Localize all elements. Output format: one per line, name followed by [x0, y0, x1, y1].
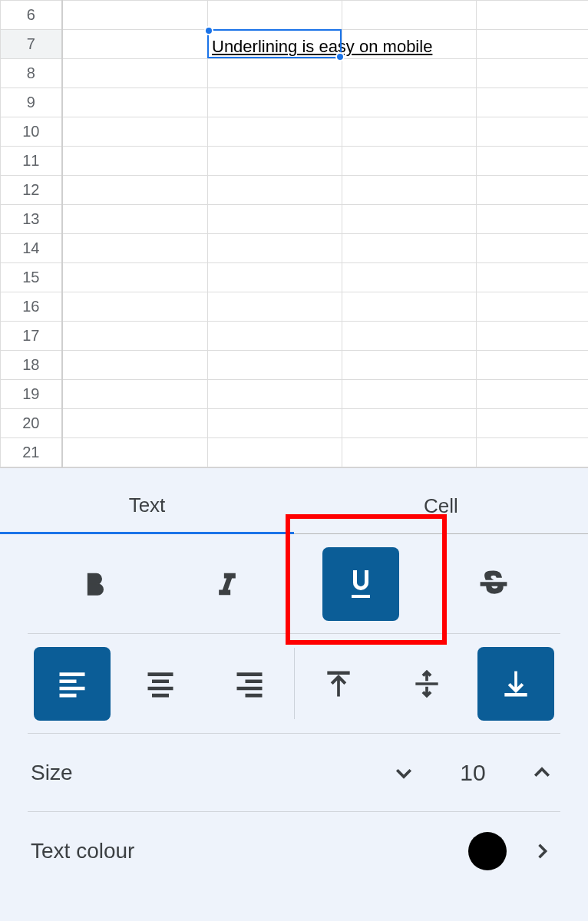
cell[interactable]	[62, 59, 208, 88]
cell[interactable]	[208, 1, 342, 30]
cell[interactable]	[342, 234, 477, 263]
cell[interactable]	[477, 438, 589, 467]
cell[interactable]	[62, 234, 208, 263]
row-header[interactable]: 12	[1, 176, 62, 205]
cell[interactable]	[342, 117, 477, 147]
cell[interactable]	[208, 205, 342, 234]
cell[interactable]	[342, 322, 477, 351]
cell[interactable]	[342, 292, 477, 322]
cell[interactable]	[62, 205, 208, 234]
valign-middle-button[interactable]	[388, 647, 465, 721]
chevron-up-icon	[530, 761, 553, 784]
text-colour-expand-button[interactable]	[527, 836, 557, 867]
row-header[interactable]: 6	[1, 1, 62, 30]
cell[interactable]	[477, 1, 589, 30]
cell[interactable]	[208, 147, 342, 176]
cell[interactable]	[477, 322, 589, 351]
cell[interactable]	[62, 409, 208, 438]
row-header[interactable]: 19	[1, 380, 62, 409]
row-header[interactable]: 14	[1, 234, 62, 263]
row-header[interactable]: 13	[1, 205, 62, 234]
cell[interactable]	[477, 351, 589, 380]
cell[interactable]	[477, 88, 589, 117]
cell[interactable]	[477, 59, 589, 88]
cell[interactable]	[208, 438, 342, 467]
cell[interactable]	[208, 59, 342, 88]
text-colour-swatch[interactable]	[468, 832, 507, 870]
tab-cell[interactable]: Cell	[294, 479, 588, 534]
align-left-button[interactable]	[34, 647, 111, 721]
align-right-button[interactable]	[211, 647, 288, 721]
cell[interactable]	[477, 147, 589, 176]
cell[interactable]	[208, 322, 342, 351]
cell[interactable]	[62, 380, 208, 409]
cell[interactable]	[208, 380, 342, 409]
row-header[interactable]: 21	[1, 438, 62, 467]
row-header[interactable]: 18	[1, 351, 62, 380]
cell[interactable]	[62, 147, 208, 176]
cell[interactable]	[208, 88, 342, 117]
cell[interactable]	[477, 176, 589, 205]
align-center-icon	[144, 667, 177, 701]
cell[interactable]	[208, 351, 342, 380]
cell[interactable]	[342, 59, 477, 88]
cell[interactable]	[342, 205, 477, 234]
cell[interactable]	[208, 292, 342, 322]
cell[interactable]	[208, 409, 342, 438]
row-header[interactable]: 16	[1, 292, 62, 322]
row-header[interactable]: 20	[1, 409, 62, 438]
font-size-label: Size	[31, 761, 72, 785]
cell[interactable]	[208, 117, 342, 147]
cell[interactable]	[208, 176, 342, 205]
cell[interactable]	[477, 117, 589, 147]
cell[interactable]	[62, 351, 208, 380]
cell[interactable]	[477, 380, 589, 409]
tab-text[interactable]: Text	[0, 479, 294, 534]
cell[interactable]	[342, 147, 477, 176]
row-header[interactable]: 9	[1, 88, 62, 117]
cell[interactable]	[62, 176, 208, 205]
align-right-icon	[233, 667, 266, 701]
cell[interactable]	[342, 176, 477, 205]
font-size-decrease-button[interactable]	[388, 758, 419, 788]
cell[interactable]	[342, 263, 477, 292]
italic-button[interactable]	[189, 547, 266, 621]
row-header[interactable]: 10	[1, 117, 62, 147]
cell[interactable]	[342, 409, 477, 438]
cell[interactable]	[208, 234, 342, 263]
cell[interactable]	[62, 1, 208, 30]
row-header[interactable]: 8	[1, 59, 62, 88]
cell[interactable]	[477, 205, 589, 234]
cell[interactable]	[477, 30, 589, 59]
cell[interactable]	[342, 1, 477, 30]
cell[interactable]	[62, 292, 208, 322]
cell[interactable]	[208, 263, 342, 292]
font-size-increase-button[interactable]	[527, 758, 557, 788]
valign-top-icon	[322, 667, 355, 701]
underline-button[interactable]	[322, 547, 399, 621]
cell[interactable]	[342, 438, 477, 467]
cell[interactable]	[477, 292, 589, 322]
spreadsheet-grid[interactable]: 6789101112131415161718192021 Underlining…	[0, 0, 588, 467]
align-center-button[interactable]	[122, 647, 199, 721]
row-header[interactable]: 7	[1, 30, 62, 59]
strikethrough-button[interactable]	[455, 547, 532, 621]
valign-top-button[interactable]	[300, 647, 377, 721]
cell[interactable]	[62, 263, 208, 292]
cell[interactable]	[342, 88, 477, 117]
cell[interactable]	[62, 322, 208, 351]
row-header[interactable]: 15	[1, 263, 62, 292]
cell[interactable]	[342, 351, 477, 380]
row-header[interactable]: 11	[1, 147, 62, 176]
cell[interactable]	[342, 380, 477, 409]
cell[interactable]	[477, 409, 589, 438]
cell[interactable]	[62, 438, 208, 467]
bold-button[interactable]	[56, 547, 133, 621]
cell[interactable]	[477, 234, 589, 263]
cell[interactable]	[62, 117, 208, 147]
valign-bottom-button[interactable]	[477, 647, 554, 721]
cell[interactable]	[477, 263, 589, 292]
row-header[interactable]: 17	[1, 322, 62, 351]
cell[interactable]	[62, 88, 208, 117]
cell[interactable]	[62, 30, 208, 59]
